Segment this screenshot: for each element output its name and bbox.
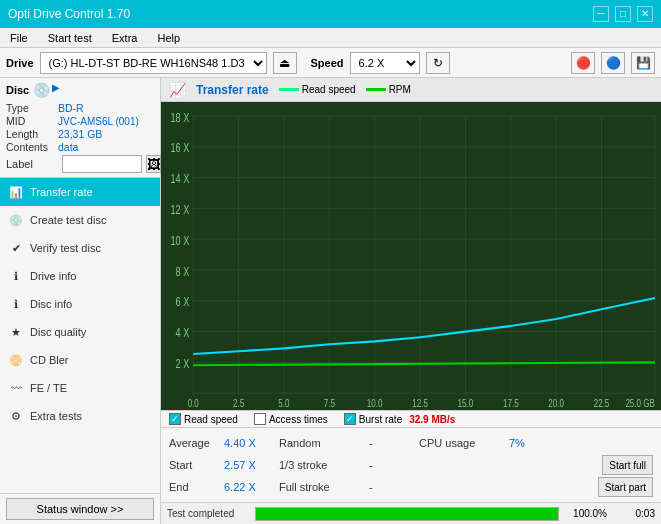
svg-text:22.5: 22.5 [594, 397, 610, 410]
start-part-button[interactable]: Start part [598, 477, 653, 497]
svg-text:17.5: 17.5 [503, 397, 519, 410]
disc-panel-header: Disc 💿 ▶ [6, 82, 154, 98]
nav-transfer-rate[interactable]: 📊 Transfer rate [0, 178, 160, 206]
disc-length-row: Length 23,31 GB [6, 128, 154, 140]
minimize-button[interactable]: ─ [593, 6, 609, 22]
nav-create-test-disc[interactable]: 💿 Create test disc [0, 206, 160, 234]
sidebar: Disc 💿 ▶ Type BD-R MID JVC-AMS6L (001) L… [0, 78, 161, 524]
svg-text:12.5: 12.5 [412, 397, 428, 410]
read-speed-checkbox[interactable]: ✓ [169, 413, 181, 425]
menu-help[interactable]: Help [151, 28, 186, 47]
disc-contents-label: Contents [6, 141, 58, 153]
menu-extra[interactable]: Extra [106, 28, 144, 47]
disc-label-input[interactable] [62, 155, 142, 173]
window-controls: ─ □ ✕ [593, 6, 653, 22]
svg-text:8 X: 8 X [176, 264, 190, 278]
svg-text:4 X: 4 X [176, 326, 190, 340]
close-button[interactable]: ✕ [637, 6, 653, 22]
chart-title: Transfer rate [196, 83, 269, 97]
progress-bar-container [255, 507, 559, 521]
nav-cd-bler-label: CD Bler [30, 354, 69, 366]
disc-type-value: BD-R [58, 102, 84, 114]
fe-te-icon: 〰 [8, 380, 24, 396]
stats-area: Average 4.40 X Random - CPU usage 7% Sta… [161, 428, 661, 502]
disc-icon2[interactable]: ▶ [52, 82, 60, 98]
title-bar: Opti Drive Control 1.70 ─ □ ✕ [0, 0, 661, 28]
disc-mid-label: MID [6, 115, 58, 127]
nav-fe-te-label: FE / TE [30, 382, 67, 394]
refresh-button[interactable]: ↻ [426, 52, 450, 74]
disc-header-label: Disc [6, 84, 29, 96]
status-window-button[interactable]: Status window >> [6, 498, 154, 520]
nav-cd-bler[interactable]: 📀 CD Bler [0, 346, 160, 374]
average-value: 4.40 X [224, 437, 279, 449]
svg-text:10 X: 10 X [171, 233, 190, 247]
nav-disc-quality-label: Disc quality [30, 326, 86, 338]
disc-quality-icon: ★ [8, 324, 24, 340]
label-browse-button[interactable]: 🖼 [146, 155, 161, 173]
disc-contents-row: Contents data [6, 141, 154, 153]
average-label: Average [169, 437, 224, 449]
main-content: Disc 💿 ▶ Type BD-R MID JVC-AMS6L (001) L… [0, 78, 661, 524]
nav-extra-tests[interactable]: ⚙ Extra tests [0, 402, 160, 430]
access-times-checkbox[interactable] [254, 413, 266, 425]
transfer-rate-icon: 📊 [8, 184, 24, 200]
rpm-color [366, 88, 386, 91]
access-times-legend-label: Access times [269, 414, 328, 425]
burst-rate-checkbox[interactable]: ✓ [344, 413, 356, 425]
burst-rate-legend-label: Burst rate [359, 414, 402, 425]
stroke-value: - [369, 459, 419, 471]
nav-extra-tests-label: Extra tests [30, 410, 82, 422]
full-stroke-label: Full stroke [279, 481, 369, 493]
average-row: Average 4.40 X Random - CPU usage 7% [169, 432, 653, 454]
start-full-button[interactable]: Start full [602, 455, 653, 475]
disc-contents-value: data [58, 141, 78, 153]
disc-label-label: Label [6, 158, 58, 170]
burst-rate-value: 32.9 MB/s [409, 414, 455, 425]
nav-drive-info[interactable]: ℹ Drive info [0, 262, 160, 290]
random-value: - [369, 437, 419, 449]
svg-text:15.0: 15.0 [458, 397, 474, 410]
disc-length-label: Length [6, 128, 58, 140]
toolbar-btn-2[interactable]: 🔵 [601, 52, 625, 74]
maximize-button[interactable]: □ [615, 6, 631, 22]
svg-text:12 X: 12 X [171, 203, 190, 217]
extra-tests-icon: ⚙ [8, 408, 24, 424]
drive-info-icon: ℹ [8, 268, 24, 284]
nav-disc-quality[interactable]: ★ Disc quality [0, 318, 160, 346]
svg-text:14 X: 14 X [171, 172, 190, 186]
nav-disc-info[interactable]: ℹ Disc info [0, 290, 160, 318]
save-button[interactable]: 💾 [631, 52, 655, 74]
toolbar-btn-1[interactable]: 🔴 [571, 52, 595, 74]
nav-verify-test-disc[interactable]: ✔ Verify test disc [0, 234, 160, 262]
svg-text:7.5: 7.5 [324, 397, 336, 410]
nav-fe-te[interactable]: 〰 FE / TE [0, 374, 160, 402]
svg-text:25.0 GB: 25.0 GB [625, 397, 655, 410]
nav-disc-info-label: Disc info [30, 298, 72, 310]
nav-drive-info-label: Drive info [30, 270, 76, 282]
menu-bar: File Start test Extra Help [0, 28, 661, 48]
progress-bar-fill [256, 508, 558, 520]
disc-mid-row: MID JVC-AMS6L (001) [6, 115, 154, 127]
chart-icon: 📈 [169, 82, 186, 98]
legend-check-access-times[interactable]: Access times [254, 413, 328, 425]
random-label: Random [279, 437, 369, 449]
eject-button[interactable]: ⏏ [273, 52, 297, 74]
end-label: End [169, 481, 224, 493]
legend-check-burst-rate[interactable]: ✓ Burst rate 32.9 MB/s [344, 413, 456, 425]
progress-time: 0:03 [615, 508, 655, 519]
progress-label: Test completed [167, 508, 247, 519]
disc-label-row: Label 🖼 [6, 155, 154, 173]
disc-icons: 💿 ▶ [33, 82, 60, 98]
chart-header: 📈 Transfer rate Read speed RPM [161, 78, 661, 102]
svg-text:2 X: 2 X [176, 357, 190, 371]
drive-select[interactable]: (G:) HL-DT-ST BD-RE WH16NS48 1.D3 [40, 52, 267, 74]
legend-check-read-speed[interactable]: ✓ Read speed [169, 413, 238, 425]
disc-icon: 💿 [33, 82, 50, 98]
disc-mid-value: JVC-AMS6L (001) [58, 116, 139, 127]
menu-start-test[interactable]: Start test [42, 28, 98, 47]
speed-select[interactable]: 6.2 X [350, 52, 420, 74]
end-value: 6.22 X [224, 481, 279, 493]
menu-file[interactable]: File [4, 28, 34, 47]
create-test-disc-icon: 💿 [8, 212, 24, 228]
